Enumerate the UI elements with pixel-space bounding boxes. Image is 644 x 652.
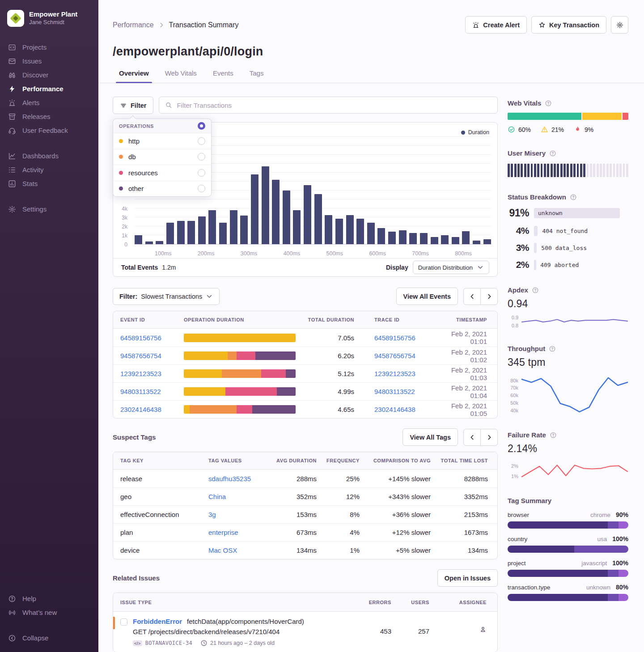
sidebar-item-help[interactable]: Help: [0, 592, 98, 605]
histogram-bar[interactable]: [230, 210, 237, 244]
operation-option-http[interactable]: http: [113, 133, 211, 149]
trace-id-link[interactable]: 12392123523: [374, 370, 415, 377]
next-page-button[interactable]: [480, 288, 498, 305]
question-icon[interactable]: [532, 287, 539, 294]
tag-value-link[interactable]: 3g: [208, 511, 216, 518]
histogram-bar[interactable]: [135, 235, 142, 244]
tab-web-vitals[interactable]: Web Vitals: [165, 69, 197, 83]
previous-page-button[interactable]: [463, 288, 481, 305]
sidebar-item-stats[interactable]: Stats: [0, 177, 98, 191]
question-icon[interactable]: [550, 432, 557, 439]
operation-radio[interactable]: [198, 185, 205, 192]
histogram-bar[interactable]: [272, 180, 280, 244]
histogram-bar[interactable]: [431, 237, 438, 244]
previous-page-button[interactable]: [463, 429, 481, 446]
operation-option-resources[interactable]: resources: [113, 165, 211, 181]
tab-overview[interactable]: Overview: [119, 69, 149, 83]
histogram-bar[interactable]: [177, 221, 185, 244]
sidebar-item-projects[interactable]: Projects: [0, 40, 98, 54]
org-switcher[interactable]: Empower Plant Jane Schmidt: [0, 10, 98, 40]
event-id-link[interactable]: 23024146438: [120, 406, 161, 413]
histogram-bar[interactable]: [356, 219, 364, 244]
operation-radio[interactable]: [198, 153, 205, 161]
histogram-bar[interactable]: [187, 221, 195, 244]
tag-value-link[interactable]: sdaufhu35235: [208, 475, 251, 483]
sidebar-item-activity[interactable]: Activity: [0, 163, 98, 177]
histogram-bar[interactable]: [399, 230, 407, 244]
sidebar-item-user-feedback[interactable]: User Feedback: [0, 123, 98, 137]
sidebar-item-performance[interactable]: Performance: [0, 82, 98, 96]
histogram-bar[interactable]: [156, 241, 163, 244]
view-all-events-button[interactable]: View All Events: [396, 288, 458, 305]
operation-option-db[interactable]: db: [113, 149, 211, 165]
open-in-issues-button[interactable]: Open in Issues: [437, 569, 498, 587]
tag-value-link[interactable]: China: [208, 493, 226, 500]
sidebar-item-collapse[interactable]: Collapse: [0, 631, 98, 645]
issue-checkbox[interactable]: [120, 618, 127, 626]
histogram-bar[interactable]: [409, 233, 417, 244]
question-icon[interactable]: [570, 194, 577, 201]
histogram-bar[interactable]: [452, 237, 459, 244]
sidebar-item-issues[interactable]: Issues: [0, 54, 98, 68]
histogram-bar[interactable]: [304, 185, 311, 244]
histogram-bar[interactable]: [219, 223, 227, 244]
operation-radio[interactable]: [198, 169, 205, 177]
operation-option-other[interactable]: other: [113, 181, 211, 197]
operation-radio[interactable]: [198, 137, 205, 145]
search-box[interactable]: [159, 97, 498, 114]
event-id-link[interactable]: 94803113522: [120, 388, 161, 395]
sidebar-item-releases[interactable]: Releases: [0, 110, 98, 123]
trace-id-link[interactable]: 23024146438: [374, 406, 415, 413]
histogram-bar[interactable]: [325, 215, 332, 244]
histogram-bar[interactable]: [420, 233, 428, 244]
key-transaction-button[interactable]: Key Transaction: [531, 16, 606, 34]
question-icon[interactable]: [549, 345, 556, 352]
breadcrumb-parent[interactable]: Performance: [113, 21, 154, 29]
histogram-bar[interactable]: [240, 216, 248, 244]
histogram-bar[interactable]: [262, 166, 269, 244]
event-id-link[interactable]: 64589156756: [120, 334, 161, 342]
operations-dropdown-header[interactable]: OPERATIONS: [113, 119, 211, 133]
histogram-bar[interactable]: [462, 231, 470, 244]
histogram-bar[interactable]: [145, 241, 153, 244]
event-id-link[interactable]: 12392123523: [120, 370, 161, 377]
histogram-bar[interactable]: [166, 223, 174, 244]
question-icon[interactable]: [545, 100, 552, 107]
sidebar-item-alerts[interactable]: Alerts: [0, 96, 98, 110]
histogram-bar[interactable]: [346, 215, 354, 244]
create-alert-button[interactable]: Create Alert: [465, 16, 527, 34]
histogram-bar[interactable]: [441, 235, 449, 244]
histogram-bar[interactable]: [208, 210, 216, 244]
histogram-bar[interactable]: [283, 191, 290, 244]
histogram-bar[interactable]: [251, 174, 258, 244]
tab-events[interactable]: Events: [213, 69, 233, 83]
sidebar-item-what-s-new[interactable]: What’s new: [0, 605, 98, 619]
search-input[interactable]: [177, 102, 491, 109]
histogram-bar[interactable]: [198, 216, 206, 244]
assignee-icon[interactable]: [479, 626, 487, 633]
issue-type-link[interactable]: ForbiddenError: [133, 618, 182, 625]
histogram-bar[interactable]: [377, 228, 385, 244]
histogram-bar[interactable]: [367, 223, 375, 244]
sidebar-item-dashboards[interactable]: Dashboards: [0, 149, 98, 163]
histogram-bar[interactable]: [335, 219, 343, 244]
sidebar-item-discover[interactable]: Discover: [0, 68, 98, 82]
histogram-bar[interactable]: [473, 241, 480, 244]
tag-value-link[interactable]: Mac OSX: [208, 546, 237, 554]
tab-tags[interactable]: Tags: [250, 69, 264, 83]
tag-value-link[interactable]: enterprise: [208, 529, 238, 536]
histogram-bar[interactable]: [314, 194, 322, 244]
operations-all-radio[interactable]: [198, 122, 205, 130]
view-all-tags-button[interactable]: View All Tags: [402, 428, 458, 446]
histogram-bar[interactable]: [293, 210, 301, 244]
trace-id-link[interactable]: 64589156756: [374, 334, 415, 342]
histogram-bar[interactable]: [483, 239, 491, 244]
transaction-settings-button[interactable]: [611, 16, 628, 34]
filter-button[interactable]: Filter: [113, 97, 153, 114]
events-filter-select[interactable]: Filter: Slowest Transactions: [113, 288, 220, 305]
next-page-button[interactable]: [480, 429, 498, 446]
trace-id-link[interactable]: 94587656754: [374, 352, 415, 360]
sidebar-item-settings[interactable]: Settings: [0, 202, 98, 216]
display-select[interactable]: Duration Distribution: [413, 261, 489, 274]
trace-id-link[interactable]: 94803113522: [374, 388, 415, 395]
